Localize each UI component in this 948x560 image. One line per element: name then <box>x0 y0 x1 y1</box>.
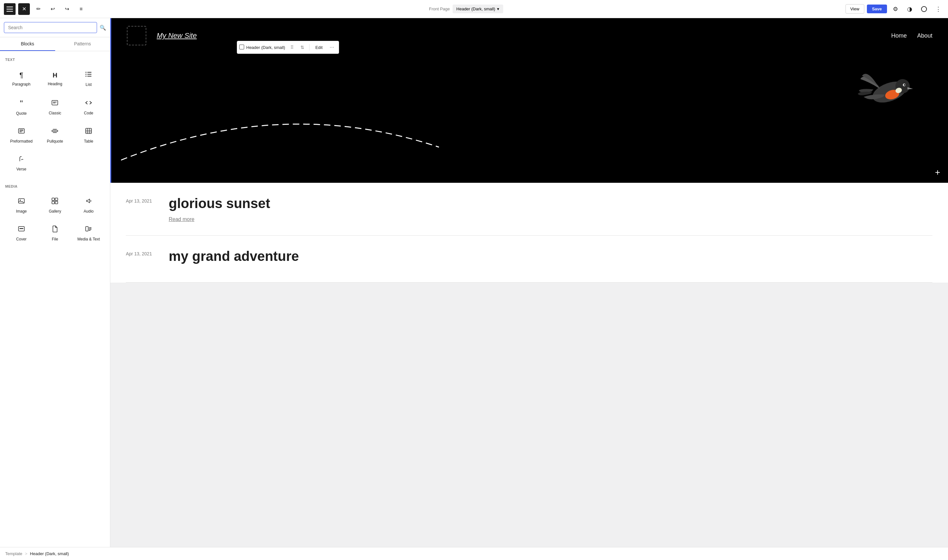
svg-rect-8 <box>53 102 57 102</box>
verse-label: Verse <box>16 167 26 171</box>
search-input[interactable] <box>4 22 97 33</box>
block-audio[interactable]: Audio <box>73 192 105 219</box>
block-heading[interactable]: H Heading <box>39 65 71 92</box>
arrows-icon: ⇅ <box>300 45 304 50</box>
main-layout: 🔍 Blocks Patterns TEXT ¶ Paragraph H Hea… <box>0 18 948 547</box>
post-1-readmore[interactable]: Read more <box>169 217 195 222</box>
cover-label: Cover <box>16 237 26 242</box>
view-button[interactable]: View <box>846 4 864 14</box>
template-selector[interactable]: Header (Dark, small) ▾ <box>452 5 503 13</box>
gallery-icon <box>51 197 59 206</box>
block-cover[interactable]: Cover <box>5 220 38 247</box>
post-2-title[interactable]: my grand adventure <box>169 249 933 264</box>
nav-about[interactable]: About <box>917 32 933 39</box>
breadcrumb-template[interactable]: Template <box>5 551 22 556</box>
tab-patterns[interactable]: Patterns <box>55 37 110 51</box>
verse-icon <box>18 155 25 164</box>
save-button[interactable]: Save <box>867 5 887 13</box>
block-media-text[interactable]: Media & Text <box>73 220 105 247</box>
search-bar: 🔍 <box>0 18 110 37</box>
post-1-title[interactable]: glorious sunset <box>169 196 933 211</box>
svg-rect-11 <box>20 130 23 130</box>
block-paragraph[interactable]: ¶ Paragraph <box>5 65 38 92</box>
search-button[interactable]: 🔍 <box>100 25 106 31</box>
settings-button[interactable]: ⚙ <box>889 3 901 15</box>
audio-icon <box>85 197 92 206</box>
nav-home[interactable]: Home <box>891 32 907 39</box>
svg-rect-15 <box>53 129 57 130</box>
plugins-icon <box>921 6 927 12</box>
block-table[interactable]: Table <box>73 122 105 149</box>
theme-button[interactable]: ◑ <box>904 3 916 15</box>
block-toolbar-grid-button[interactable]: ⠿ <box>287 43 297 52</box>
svg-rect-24 <box>52 198 54 201</box>
block-toolbar-label: Header (Dark, small) <box>246 45 285 50</box>
svg-point-6 <box>86 76 86 77</box>
block-classic[interactable]: Classic <box>39 93 71 121</box>
post-1-content: glorious sunset Read more <box>169 196 933 222</box>
redo-button[interactable]: ↪ <box>61 3 73 15</box>
paragraph-label: Paragraph <box>12 82 31 86</box>
block-file[interactable]: File <box>39 220 71 247</box>
block-image[interactable]: Image <box>5 192 38 219</box>
search-icon: 🔍 <box>100 25 106 31</box>
close-icon: ✕ <box>22 6 26 12</box>
svg-rect-16 <box>53 132 57 133</box>
svg-rect-31 <box>89 228 91 228</box>
svg-rect-25 <box>55 198 58 201</box>
more-options-button[interactable]: ⋮ <box>933 3 944 15</box>
plugins-button[interactable] <box>918 3 930 15</box>
add-block-button[interactable]: + <box>933 167 943 178</box>
block-list[interactable]: List <box>73 65 105 92</box>
site-logo-placeholder <box>127 26 146 45</box>
undo-button[interactable]: ↩ <box>47 3 59 15</box>
svg-rect-12 <box>20 131 23 131</box>
list-icon <box>85 71 92 80</box>
pullquote-label: Pullquote <box>47 139 63 143</box>
post-item-1: Apr 13, 2021 glorious sunset Read more <box>126 183 933 235</box>
content-section: Apr 13, 2021 glorious sunset Read more A… <box>110 183 948 283</box>
site-navigation: Home About <box>891 32 933 39</box>
block-code[interactable]: Code <box>73 93 105 121</box>
more-icon: ⋮ <box>935 6 941 12</box>
block-toolbar-more-button[interactable]: ⋯ <box>327 43 337 52</box>
svg-point-23 <box>20 200 21 201</box>
classic-label: Classic <box>49 111 61 115</box>
sidebar-content: TEXT ¶ Paragraph H Heading List " <box>0 51 110 547</box>
classic-icon <box>51 99 59 108</box>
table-icon <box>85 128 92 137</box>
code-icon <box>85 99 92 108</box>
list-view-button[interactable]: ≡ <box>75 3 87 15</box>
canvas-area: Header (Dark, small) ⠿ ⇅ Edit ⋯ My New S… <box>110 18 948 547</box>
edit-button[interactable]: Edit <box>312 44 326 51</box>
block-preformatted[interactable]: Preformatted <box>5 122 38 149</box>
svg-rect-34 <box>239 45 244 49</box>
template-selector-label: Header (Dark, small) <box>457 6 496 11</box>
block-toolbar-arrows-button[interactable]: ⇅ <box>298 43 307 52</box>
cover-icon <box>18 225 25 234</box>
tab-blocks[interactable]: Blocks <box>0 37 55 51</box>
post-1-date: Apr 13, 2021 <box>126 196 158 203</box>
undo-icon: ↩ <box>51 6 55 12</box>
plus-icon: + <box>935 167 940 178</box>
block-gallery[interactable]: Gallery <box>39 192 71 219</box>
redo-icon: ↪ <box>65 6 69 12</box>
pullquote-icon <box>51 128 59 137</box>
dashed-arc <box>121 102 445 166</box>
block-verse[interactable]: Verse <box>5 150 38 177</box>
gallery-label: Gallery <box>49 209 61 214</box>
block-quote[interactable]: " Quote <box>5 93 38 121</box>
settings-icon: ⚙ <box>893 6 898 12</box>
svg-rect-9 <box>53 103 56 103</box>
paragraph-icon: ¶ <box>20 71 23 79</box>
top-bar-right: View Save ⚙ ◑ ⋮ <box>846 3 944 15</box>
edit-button[interactable]: ✏ <box>32 3 44 15</box>
svg-point-40 <box>904 84 905 86</box>
svg-rect-13 <box>20 132 22 132</box>
close-button[interactable]: ✕ <box>18 3 30 15</box>
wp-logo[interactable] <box>4 3 15 15</box>
block-pullquote[interactable]: Pullquote <box>39 122 71 149</box>
top-toolbar: ✕ ✏ ↩ ↪ ≡ Front Page Header (Dark, small… <box>0 0 948 18</box>
svg-rect-3 <box>87 76 91 77</box>
post-2-date: Apr 13, 2021 <box>126 249 158 256</box>
